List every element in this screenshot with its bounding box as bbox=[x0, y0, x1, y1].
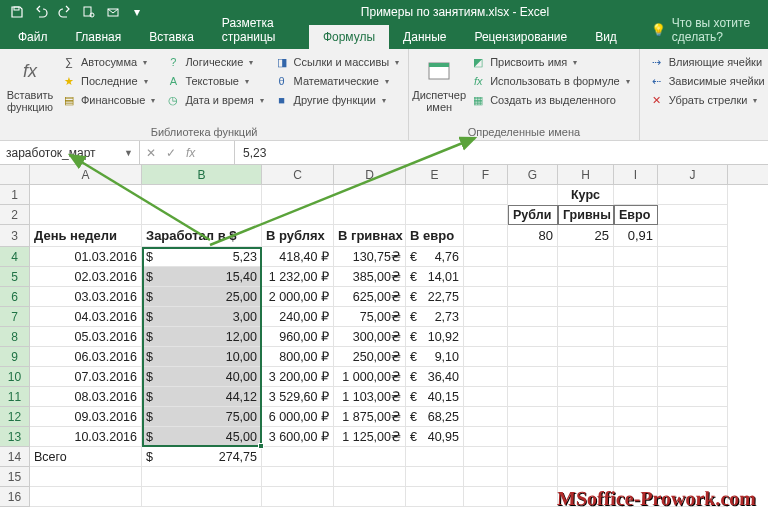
cell[interactable] bbox=[508, 347, 558, 367]
cell[interactable] bbox=[658, 387, 728, 407]
col-header[interactable]: H bbox=[558, 165, 614, 184]
tab-insert[interactable]: Вставка bbox=[135, 25, 208, 49]
qat-dropdown-icon[interactable]: ▾ bbox=[126, 2, 148, 22]
row-header[interactable]: 12 bbox=[0, 407, 30, 427]
cell[interactable]: 6 000,00 ₽ bbox=[262, 407, 334, 427]
row-header[interactable]: 7 bbox=[0, 307, 30, 327]
cell[interactable] bbox=[614, 447, 658, 467]
cell[interactable] bbox=[558, 287, 614, 307]
email-icon[interactable] bbox=[102, 2, 124, 22]
cell[interactable]: 240,00 ₽ bbox=[262, 307, 334, 327]
cell[interactable] bbox=[508, 407, 558, 427]
cell[interactable] bbox=[614, 407, 658, 427]
cell[interactable] bbox=[508, 287, 558, 307]
cell[interactable] bbox=[464, 347, 508, 367]
cell[interactable]: 1 103,00₴ bbox=[334, 387, 406, 407]
cell[interactable]: $3,00 bbox=[142, 307, 262, 327]
cell[interactable] bbox=[508, 387, 558, 407]
cell[interactable] bbox=[658, 447, 728, 467]
cell[interactable] bbox=[142, 185, 262, 205]
cell[interactable]: €9,10 bbox=[406, 347, 464, 367]
date-button[interactable]: ◷Дата и время▾ bbox=[162, 91, 266, 109]
col-header[interactable]: G bbox=[508, 165, 558, 184]
row-header[interactable]: 13 bbox=[0, 427, 30, 447]
cell[interactable] bbox=[614, 185, 658, 205]
financial-button[interactable]: ▤Финансовые▾ bbox=[58, 91, 158, 109]
cell[interactable] bbox=[464, 287, 508, 307]
cell[interactable]: €22,75 bbox=[406, 287, 464, 307]
text-button[interactable]: AТекстовые▾ bbox=[162, 72, 266, 90]
autosum-button[interactable]: ∑Автосумма▾ bbox=[58, 53, 158, 71]
cell[interactable] bbox=[262, 447, 334, 467]
name-box[interactable]: заработок_март ▼ bbox=[0, 141, 140, 164]
cell[interactable] bbox=[508, 307, 558, 327]
cell[interactable]: $25,00 bbox=[142, 287, 262, 307]
row-header[interactable]: 9 bbox=[0, 347, 30, 367]
row-header[interactable]: 3 bbox=[0, 225, 30, 247]
cell[interactable] bbox=[558, 327, 614, 347]
accept-icon[interactable]: ✓ bbox=[166, 146, 176, 160]
cell[interactable]: 1 125,00₴ bbox=[334, 427, 406, 447]
row-header[interactable]: 5 bbox=[0, 267, 30, 287]
cell[interactable] bbox=[614, 287, 658, 307]
cell[interactable]: $75,00 bbox=[142, 407, 262, 427]
cell[interactable] bbox=[658, 185, 728, 205]
col-header[interactable]: C bbox=[262, 165, 334, 184]
cell[interactable]: €2,73 bbox=[406, 307, 464, 327]
cell[interactable]: 75,00₴ bbox=[334, 307, 406, 327]
cell[interactable]: 1 232,00 ₽ bbox=[262, 267, 334, 287]
tab-formulas[interactable]: Формулы bbox=[309, 25, 389, 49]
cell[interactable]: 09.03.2016 bbox=[30, 407, 142, 427]
cell[interactable]: 1 875,00₴ bbox=[334, 407, 406, 427]
row-header[interactable]: 4 bbox=[0, 247, 30, 267]
cell[interactable] bbox=[658, 427, 728, 447]
cell[interactable]: 300,00₴ bbox=[334, 327, 406, 347]
cell[interactable]: 05.03.2016 bbox=[30, 327, 142, 347]
cell[interactable]: 625,00₴ bbox=[334, 287, 406, 307]
cell[interactable]: $12,00 bbox=[142, 327, 262, 347]
cell[interactable] bbox=[614, 327, 658, 347]
cell[interactable] bbox=[558, 427, 614, 447]
cell[interactable] bbox=[508, 247, 558, 267]
cell[interactable]: €4,76 bbox=[406, 247, 464, 267]
cell[interactable] bbox=[658, 307, 728, 327]
cell[interactable]: 03.03.2016 bbox=[30, 287, 142, 307]
tab-home[interactable]: Главная bbox=[62, 25, 136, 49]
cell[interactable] bbox=[334, 447, 406, 467]
row-header[interactable]: 15 bbox=[0, 467, 30, 487]
logical-button[interactable]: ?Логические▾ bbox=[162, 53, 266, 71]
cell[interactable]: 130,75₴ bbox=[334, 247, 406, 267]
row-header[interactable]: 8 bbox=[0, 327, 30, 347]
trace-precedents-button[interactable]: ⇢Влияющие ячейки bbox=[646, 53, 768, 71]
cell[interactable] bbox=[508, 427, 558, 447]
col-header[interactable]: F bbox=[464, 165, 508, 184]
cell[interactable] bbox=[464, 367, 508, 387]
define-name-button[interactable]: ◩Присвоить имя▾ bbox=[467, 53, 633, 71]
row-header[interactable]: 14 bbox=[0, 447, 30, 467]
cell[interactable]: В евро bbox=[406, 225, 464, 247]
cell[interactable] bbox=[658, 327, 728, 347]
cell[interactable] bbox=[614, 347, 658, 367]
fill-handle[interactable] bbox=[258, 443, 264, 449]
cell[interactable]: 3 529,60 ₽ bbox=[262, 387, 334, 407]
cell[interactable]: 250,00₴ bbox=[334, 347, 406, 367]
cell[interactable] bbox=[508, 267, 558, 287]
cell[interactable] bbox=[464, 387, 508, 407]
cell[interactable] bbox=[658, 347, 728, 367]
cell[interactable]: 01.03.2016 bbox=[30, 247, 142, 267]
cell[interactable]: $5,23 bbox=[142, 247, 262, 267]
cell[interactable]: €40,15 bbox=[406, 387, 464, 407]
cell[interactable] bbox=[508, 447, 558, 467]
cell[interactable] bbox=[658, 287, 728, 307]
col-header[interactable]: A bbox=[30, 165, 142, 184]
cell[interactable] bbox=[464, 447, 508, 467]
cell[interactable] bbox=[658, 267, 728, 287]
cell[interactable]: €36,40 bbox=[406, 367, 464, 387]
cell[interactable] bbox=[406, 447, 464, 467]
formula-input[interactable]: 5,23 bbox=[235, 141, 768, 164]
cell[interactable]: 06.03.2016 bbox=[30, 347, 142, 367]
cell[interactable] bbox=[464, 407, 508, 427]
remove-arrows-button[interactable]: ✕Убрать стрелки▾ bbox=[646, 91, 768, 109]
name-manager-button[interactable]: Диспетчер имен bbox=[415, 53, 463, 124]
cell[interactable]: День недели bbox=[30, 225, 142, 247]
